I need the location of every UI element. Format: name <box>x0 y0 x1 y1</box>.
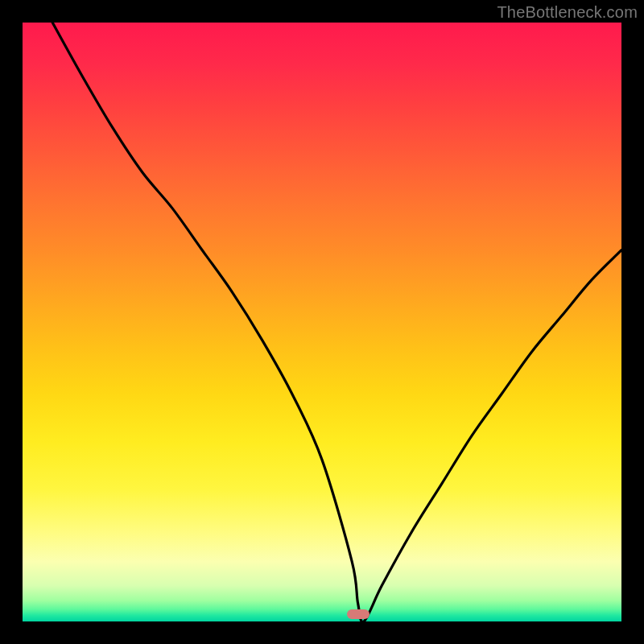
plot-area <box>23 23 621 621</box>
bottleneck-curve <box>23 23 621 621</box>
chart-frame: TheBottleneck.com <box>0 0 644 644</box>
watermark-text: TheBottleneck.com <box>497 3 638 22</box>
optimal-point-marker <box>347 609 369 619</box>
